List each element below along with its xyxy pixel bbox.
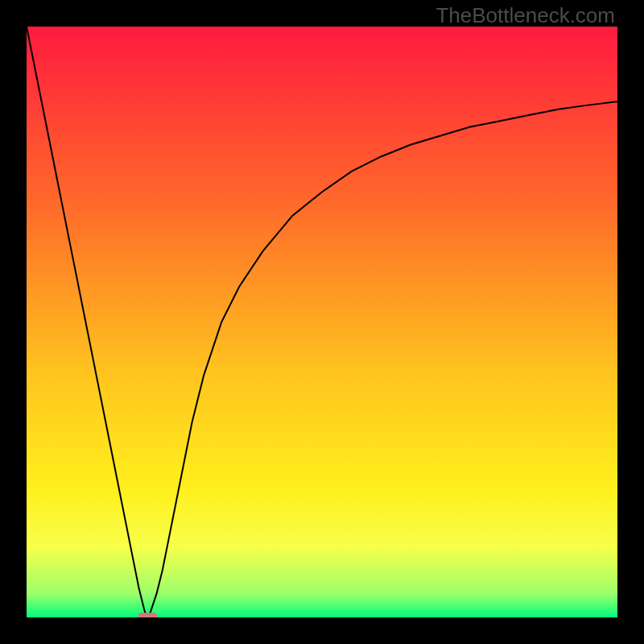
chart-frame: TheBottleneck.com <box>0 0 644 644</box>
watermark-text: TheBottleneck.com <box>436 3 615 28</box>
plot-area <box>27 27 617 617</box>
chart-svg <box>27 27 617 617</box>
optimal-marker <box>138 613 157 617</box>
